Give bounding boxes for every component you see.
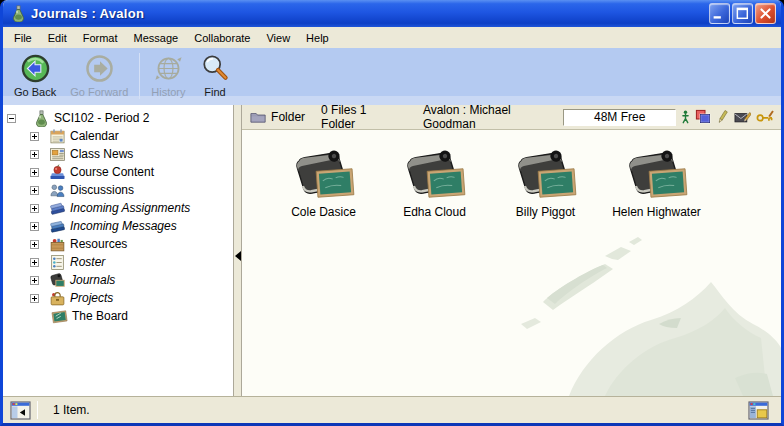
layers-icon[interactable] [695,109,711,126]
tree-item-label: Incoming Messages [70,219,177,233]
menu-item-collaborate[interactable]: Collaborate [186,29,258,47]
navigation-tree: SCI102 - Period 2CalendarClass NewsCours… [3,105,233,396]
the-board-icon [51,308,68,325]
expand-expander-icon[interactable] [30,168,39,177]
journal-item-cole-dasice[interactable]: Cole Dasice [268,144,379,219]
tree-item-discussions[interactable]: Discussions [3,181,233,199]
expand-expander-icon[interactable] [30,294,39,303]
projects-icon [49,290,66,307]
expand-expander-icon[interactable] [30,258,39,267]
resources-icon [49,236,66,253]
tree-item-label: The Board [72,309,128,323]
folder-view: Cole DasiceEdha CloudBilly PiggotHelen H… [242,130,781,396]
account-name: Avalon : Michael Goodman [423,103,551,131]
menu-item-view[interactable]: View [258,29,298,47]
toolbar-button-label: History [151,86,185,98]
menu-bar: FileEditFormatMessageCollaborateViewHelp [3,27,781,48]
journal-item-billy-piggot[interactable]: Billy Piggot [490,144,601,219]
history-button[interactable]: History [144,52,192,98]
tree-item-label: Course Content [70,165,154,179]
tree-item-the-board[interactable]: The Board [3,307,233,325]
minimize-button[interactable] [709,3,730,24]
tree-toggle-icon[interactable] [10,401,31,420]
go-back-button[interactable]: Go Back [7,52,63,98]
compose-icon[interactable] [734,109,751,126]
minimize-icon [710,3,729,24]
collapse-expander-icon[interactable] [7,114,16,123]
tree-item-incoming-messages[interactable]: Incoming Messages [3,217,233,235]
title-bar: Journals : Avalon [3,0,781,27]
tree-item-label: Projects [70,291,113,305]
course-content-icon [49,164,66,181]
tree-item-sci102-period-2[interactable]: SCI102 - Period 2 [3,109,233,127]
folder-icon [250,110,266,124]
tree-item-calendar[interactable]: Calendar [3,127,233,145]
tree-item-class-news[interactable]: Class News [3,145,233,163]
journal-icon [625,144,689,202]
menu-item-edit[interactable]: Edit [40,29,75,47]
tree-item-label: SCI102 - Period 2 [54,111,149,125]
close-button[interactable] [755,3,776,24]
folder-items: Cole DasiceEdha CloudBilly PiggotHelen H… [242,130,781,219]
go-forward-button[interactable]: Go Forward [63,52,135,98]
expand-expander-icon[interactable] [30,204,39,213]
expand-expander-icon[interactable] [30,276,39,285]
person-icon[interactable] [681,109,690,126]
menu-item-format[interactable]: Format [75,29,126,47]
journal-item-label: Helen Highwater [612,205,701,219]
statusbar-separator [37,401,38,419]
flask-icon [10,5,27,22]
roster-icon [49,254,66,271]
free-space-indicator: 48M Free [563,109,676,126]
layout-toggle-icon[interactable] [748,401,769,420]
expand-expander-icon[interactable] [30,240,39,249]
history-icon [153,53,184,84]
tree-item-course-content[interactable]: Course Content [3,163,233,181]
journal-item-helen-highwater[interactable]: Helen Highwater [601,144,712,219]
tree-item-label: Journals [70,273,115,287]
app-window: Journals : Avalon FileEditFormatMessageC… [0,0,784,426]
tree-item-projects[interactable]: Projects [3,289,233,307]
calendar-icon [49,128,66,145]
tree-item-incoming-assignments[interactable]: Incoming Assignments [3,199,233,217]
journal-icon [514,144,578,202]
toolbar-separator [139,53,140,99]
menu-item-message[interactable]: Message [126,29,187,47]
find-button[interactable]: Find [193,52,238,98]
expand-expander-icon[interactable] [30,186,39,195]
key-icon[interactable] [756,109,775,126]
journal-item-edha-cloud[interactable]: Edha Cloud [379,144,490,219]
maximize-icon [733,3,752,24]
pencil-icon[interactable] [716,109,729,126]
window-title: Journals : Avalon [31,6,707,21]
splitter[interactable] [233,105,242,396]
go-back-icon [20,53,51,84]
class-news-icon [49,146,66,163]
menu-item-help[interactable]: Help [298,29,337,47]
status-text: 1 Item. [53,403,748,417]
splitter-collapse-arrow-icon[interactable] [235,251,241,261]
tree-item-resources[interactable]: Resources [3,235,233,253]
tree-item-label: Incoming Assignments [70,201,190,215]
expand-expander-icon[interactable] [30,132,39,141]
content-header: Folder 0 Files 1 Folder Avalon : Michael… [242,105,781,130]
expand-expander-icon[interactable] [30,150,39,159]
tree-item-journals[interactable]: Journals [3,271,233,289]
map-watermark [509,228,781,396]
tree-item-label: Resources [70,237,127,251]
journal-icon [292,144,356,202]
tree-item-roster[interactable]: Roster [3,253,233,271]
menu-item-file[interactable]: File [6,29,40,47]
tree-item-label: Class News [70,147,133,161]
toolbar-button-label: Go Forward [70,86,128,98]
incoming-assignments-icon [49,200,66,217]
tree-item-label: Roster [70,255,105,269]
status-bar: 1 Item. [3,396,781,423]
expand-expander-icon[interactable] [30,222,39,231]
header-actions [676,109,775,126]
find-icon [200,53,231,84]
item-counts: 0 Files 1 Folder [321,103,395,131]
toolbar-button-label: Go Back [14,86,56,98]
tree-item-label: Discussions [70,183,134,197]
maximize-button[interactable] [732,3,753,24]
